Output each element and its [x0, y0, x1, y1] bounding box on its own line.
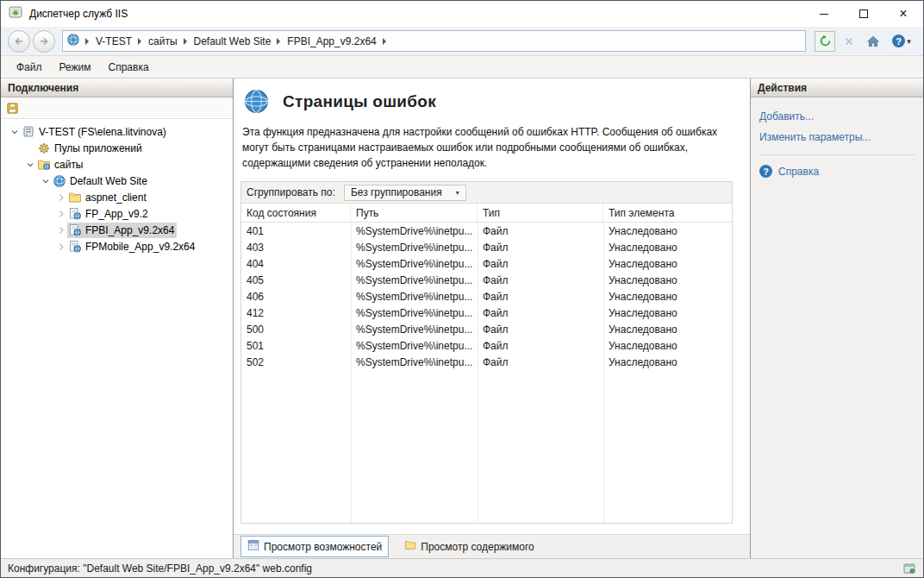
- chevron-collapsed-icon[interactable]: [54, 207, 67, 220]
- table-cell: Унаследовано: [603, 258, 732, 270]
- tree-item-label: aspnet_client: [85, 192, 147, 204]
- breadcrumb-separator-icon: [383, 38, 386, 45]
- tree-item[interactable]: FP_App_v9.2: [1, 205, 233, 222]
- table-cell: %SystemDrive%\inetpu...: [351, 291, 478, 303]
- table-row[interactable]: 404%SystemDrive%\inetpu...ФайлУнаследова…: [241, 255, 732, 272]
- main-area: Подключения V-TEST (FS\elena.litvinova)П…: [1, 79, 923, 558]
- app-pools-icon: [37, 141, 51, 155]
- breadcrumb-item[interactable]: сайты: [147, 34, 178, 49]
- breadcrumb-item[interactable]: Default Web Site: [193, 34, 272, 49]
- action-help-link[interactable]: ?Справка: [759, 165, 915, 178]
- table-cell: 500: [241, 324, 351, 336]
- tree-item-content: Пулы приложений: [36, 141, 145, 156]
- tree-item[interactable]: сайты: [1, 156, 233, 173]
- chevron-expanded-icon[interactable]: [8, 125, 21, 138]
- table-cell: Файл: [478, 307, 603, 319]
- column-header[interactable]: Тип элемента: [603, 204, 732, 222]
- connections-panel: Подключения V-TEST (FS\elena.litvinova)П…: [1, 79, 234, 558]
- forward-button[interactable]: [33, 30, 55, 53]
- table-cell: %SystemDrive%\inetpu...: [351, 258, 478, 270]
- table-cell: Унаследовано: [603, 225, 732, 237]
- connections-header: Подключения: [1, 79, 233, 97]
- tab-content-view[interactable]: Просмотр содержимого: [397, 536, 540, 557]
- error-pages-icon: [242, 87, 271, 116]
- column-header[interactable]: Тип: [478, 204, 603, 222]
- table-cell: %SystemDrive%\inetpu...: [351, 242, 478, 254]
- content-view-icon: [404, 539, 416, 554]
- help-icon: ?: [759, 165, 772, 178]
- chevron-collapsed-icon[interactable]: [54, 240, 67, 253]
- table-row[interactable]: 403%SystemDrive%\inetpu...ФайлУнаследова…: [241, 239, 732, 255]
- actions-body: Добавить...Изменить параметры...?Справка: [751, 97, 923, 186]
- menu-file[interactable]: Файл: [8, 58, 51, 77]
- table-cell: 405: [241, 274, 351, 286]
- table-cell: Унаследовано: [603, 291, 732, 303]
- column-header[interactable]: Путь: [351, 204, 478, 222]
- page-title: Страницы ошибок: [283, 92, 436, 111]
- column-header[interactable]: Код состояния: [241, 204, 351, 222]
- tree-item[interactable]: FPMobile_App_v9.2x64: [1, 238, 233, 254]
- help-icon: ?: [892, 35, 905, 47]
- action-add-link[interactable]: Добавить...: [759, 110, 915, 123]
- tree-item-content: Default Web Site: [52, 173, 150, 189]
- application-icon: [68, 207, 82, 221]
- window-controls: ×: [804, 1, 923, 27]
- minimize-button[interactable]: [804, 1, 844, 27]
- tree-item-content: aspnet_client: [67, 190, 149, 205]
- menu-view[interactable]: Режим: [51, 58, 100, 77]
- breadcrumb-items: V-TESTсайтыDefault Web SiteFPBI_App_v9.2…: [80, 34, 392, 49]
- chevron-collapsed-icon[interactable]: [54, 223, 67, 236]
- feature-view-panel: Страницы ошибок Эта функция предназначен…: [234, 79, 751, 558]
- chevron-expanded-icon[interactable]: [39, 174, 52, 187]
- table-row[interactable]: 405%SystemDrive%\inetpu...ФайлУнаследова…: [241, 272, 732, 288]
- breadcrumb-item[interactable]: FPBI_App_v9.2x64: [286, 34, 377, 49]
- breadcrumb: V-TESTсайтыDefault Web SiteFPBI_App_v9.2…: [62, 30, 806, 52]
- tree-item[interactable]: FPBI_App_v9.2x64: [1, 222, 233, 238]
- breadcrumb-separator-icon: [277, 38, 280, 45]
- chevron-collapsed-icon[interactable]: [54, 191, 67, 204]
- tab-features-view[interactable]: Просмотр возможностей: [240, 536, 389, 557]
- table-row[interactable]: 500%SystemDrive%\inetpu...ФайлУнаследова…: [241, 321, 732, 337]
- refresh-button[interactable]: [815, 31, 835, 52]
- tree-item-label: FPBI_App_v9.2x64: [85, 224, 174, 236]
- connections-tree: V-TEST (FS\elena.litvinova)Пулы приложен…: [1, 119, 233, 558]
- back-arrow-icon: [12, 35, 26, 48]
- menu-help[interactable]: Справка: [100, 58, 158, 77]
- stop-button[interactable]: [839, 31, 859, 52]
- table-cell: Файл: [478, 225, 603, 237]
- home-button[interactable]: [863, 31, 883, 52]
- iis-app-icon: [9, 5, 22, 22]
- table-cell: Унаследовано: [603, 274, 732, 286]
- sites-folder-icon: [37, 158, 51, 172]
- table-row[interactable]: 406%SystemDrive%\inetpu...ФайлУнаследова…: [241, 288, 732, 305]
- features-view-icon: [247, 539, 259, 554]
- action-edit-settings-link[interactable]: Изменить параметры...: [759, 131, 915, 143]
- table-row[interactable]: 401%SystemDrive%\inetpu...ФайлУнаследова…: [241, 223, 732, 239]
- group-by-label: Сгруппировать по:: [247, 186, 335, 198]
- tree-item[interactable]: Пулы приложений: [1, 140, 233, 156]
- table-row[interactable]: 501%SystemDrive%\inetpu...ФайлУнаследова…: [241, 337, 732, 354]
- table-row[interactable]: 412%SystemDrive%\inetpu...ФайлУнаследова…: [241, 305, 732, 321]
- group-by-dropdown[interactable]: Без группирования ▾: [344, 185, 466, 201]
- maximize-icon: [859, 9, 868, 18]
- breadcrumb-item[interactable]: V-TEST: [95, 34, 133, 49]
- window-title: Диспетчер служб IIS: [29, 8, 128, 20]
- tree-item-content: V-TEST (FS\elena.litvinova): [21, 124, 169, 140]
- table-cell: %SystemDrive%\inetpu...: [351, 274, 478, 286]
- table-cell: %SystemDrive%\inetpu...: [351, 356, 478, 368]
- chevron-expanded-icon[interactable]: [23, 158, 36, 171]
- feature-description: Эта функция предназначена для настройки …: [242, 124, 731, 171]
- table-row[interactable]: 502%SystemDrive%\inetpu...ФайлУнаследова…: [241, 354, 732, 370]
- maximize-button[interactable]: [844, 1, 883, 27]
- save-connection-icon[interactable]: [6, 102, 19, 115]
- tree-item[interactable]: aspnet_client: [1, 189, 233, 205]
- minimize-icon: [820, 14, 828, 15]
- group-by-value: Без группирования: [351, 186, 442, 198]
- help-menu-button[interactable]: ?▾: [887, 31, 916, 52]
- close-button[interactable]: ×: [883, 1, 923, 27]
- tree-item[interactable]: V-TEST (FS\elena.litvinova): [1, 123, 233, 140]
- tab-label: Просмотр возможностей: [264, 541, 382, 553]
- status-notification-icon[interactable]: [902, 562, 916, 575]
- back-button[interactable]: [8, 30, 30, 53]
- tree-item[interactable]: Default Web Site: [1, 173, 233, 189]
